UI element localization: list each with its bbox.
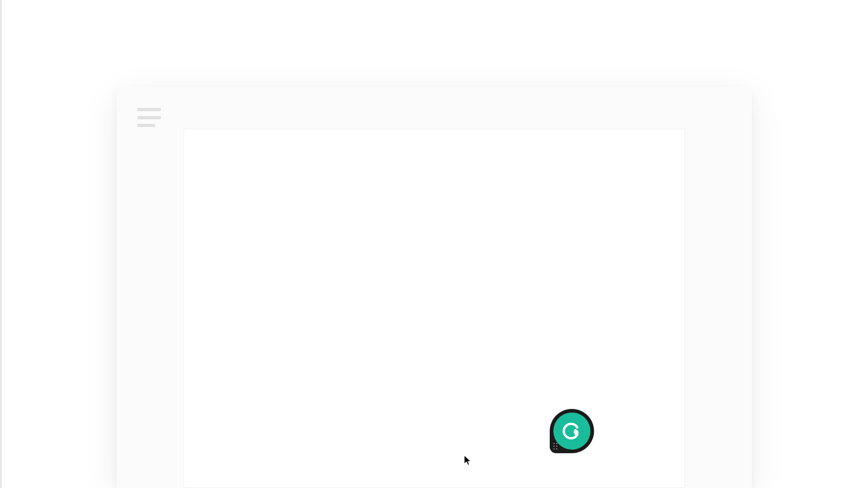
hamburger-menu-icon [137, 116, 161, 119]
grammarly-g-icon [561, 420, 583, 442]
drag-handle-icon[interactable] [553, 443, 557, 450]
hamburger-menu-icon [137, 124, 155, 127]
menu-button[interactable] [137, 108, 161, 127]
window-left-edge [0, 0, 2, 488]
grammarly-widget[interactable] [550, 409, 594, 453]
app-window [117, 87, 752, 488]
hamburger-menu-icon [137, 108, 161, 111]
widget-circle [553, 413, 590, 450]
document-editor[interactable] [184, 129, 685, 488]
